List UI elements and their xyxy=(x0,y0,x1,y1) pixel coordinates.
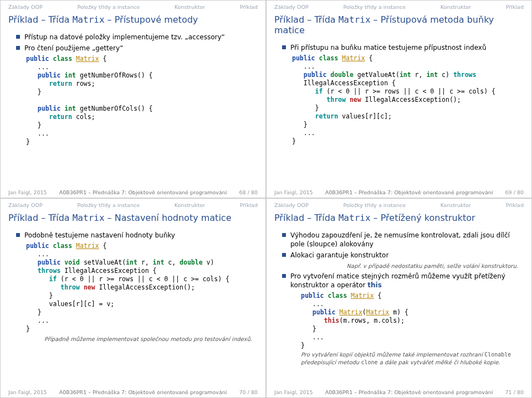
slide-body: Podobně testujeme nastavení hodnoty buňk… xyxy=(8,229,258,387)
slide-71: Základy OOP Položky třídy a instance Kon… xyxy=(266,198,532,398)
slide-title: Příklad – Třída Matrix – Nastavení hodno… xyxy=(8,213,258,223)
footer-course: A0B36PR1 – Přednáška 7: Objektově orient… xyxy=(59,189,227,195)
note: Pro vytváření kopií objektů můžeme také … xyxy=(301,351,518,366)
slide-70: Základy OOP Položky třídy a instance Kon… xyxy=(0,198,266,398)
footer-author: Jan Faigl, 2015 xyxy=(8,189,47,195)
bullet: Výhodou zapouzdření je, že nemusíme kont… xyxy=(282,231,524,249)
nav-bar: Základy OOP Položky třídy a instance Kon… xyxy=(274,4,524,10)
note: Např. v případě nedostatku paměti, selže… xyxy=(291,262,518,270)
nav-d: Příklad xyxy=(240,4,258,10)
nav-c: Konstruktor xyxy=(175,4,205,10)
code-block: public class Matrix { ... public void se… xyxy=(26,242,258,333)
footer: Jan Faigl, 2015 A0B36PR1 – Přednáška 7: … xyxy=(8,387,258,395)
bullet: Pro vytvoření matice stejných rozměrů mů… xyxy=(282,272,524,290)
footer: Jan Faigl, 2015 A0B36PR1 – Přednáška 7: … xyxy=(8,187,258,195)
bullet: Pro čtení použijeme „gettery“ xyxy=(16,44,258,53)
footer-page: 68 / 80 xyxy=(239,189,258,195)
bullet-icon xyxy=(16,35,20,39)
nav-bar: Základy OOP Položky třídy a instance Kon… xyxy=(8,202,258,208)
code-block: public class Matrix { ... public int get… xyxy=(26,55,258,146)
slide-body: Výhodou zapouzdření je, že nemusíme kont… xyxy=(274,229,524,387)
bullet: Alokaci garantuje konstruktor xyxy=(282,251,524,260)
slide-body: Při přístupu na buňku matice testujeme p… xyxy=(274,41,524,187)
bullet-icon xyxy=(282,274,286,278)
bullet-icon xyxy=(16,46,20,50)
nav-bar: Základy OOP Položky třídy a instance Kon… xyxy=(274,202,524,208)
nav-bar: Základy OOP Položky třídy a instance Kon… xyxy=(8,4,258,10)
footer: Jan Faigl, 2015 A0B36PR1 – Přednáška 7: … xyxy=(274,187,524,195)
slide-title: Příklad – Třída Matrix – Přetížený konst… xyxy=(274,213,524,223)
bullet-icon xyxy=(282,233,286,237)
bullet-icon xyxy=(282,253,286,257)
slide-68: Základy OOP Položky třídy a instance Kon… xyxy=(0,0,266,198)
nav-b: Položky třídy a instance xyxy=(78,4,140,10)
nav-a: Základy OOP xyxy=(8,4,43,10)
bullet: Při přístupu na buňku matice testujeme p… xyxy=(282,43,524,52)
note: Případně můžeme implementovat společnou … xyxy=(25,335,252,343)
code-block: public class Matrix { ... public Matrix(… xyxy=(301,292,524,350)
bullet: Přístup na datové položky implementujeme… xyxy=(16,33,258,42)
bullet: Podobně testujeme nastavení hodnoty buňk… xyxy=(16,231,258,240)
bullet-icon xyxy=(16,233,20,237)
slide-69: Základy OOP Položky třídy a instance Kon… xyxy=(266,0,532,198)
slide-title: Příklad – Třída Matrix – Přístupová meto… xyxy=(274,14,524,35)
bullet-icon xyxy=(282,45,286,49)
slide-title: Příklad – Třída Matrix – Přístupové meto… xyxy=(8,14,258,25)
code-block: public class Matrix { ... public double … xyxy=(292,54,524,145)
slide-body: Přístup na datové položky implementujeme… xyxy=(8,30,258,187)
footer: Jan Faigl, 2015 A0B36PR1 – Přednáška 7: … xyxy=(274,387,524,395)
